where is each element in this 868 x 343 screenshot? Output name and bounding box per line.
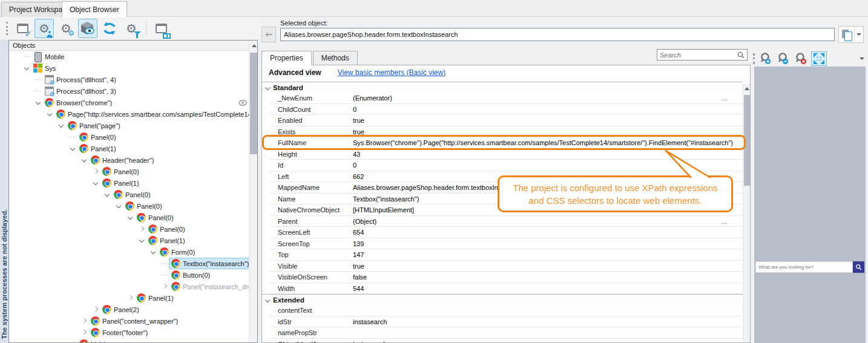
properties-scrollbar-thumb[interactable] <box>744 95 750 186</box>
collapse-icon[interactable] <box>58 122 65 129</box>
tree-row[interactable]: Form(0) <box>9 246 249 258</box>
property-row[interactable]: contentText <box>262 305 743 316</box>
property-row[interactable]: Parent(Object)… <box>262 216 743 227</box>
expand-icon[interactable] <box>92 305 100 313</box>
tree-scrollbar[interactable] <box>249 41 257 342</box>
zoom-in-button[interactable] <box>758 51 774 66</box>
property-row[interactable]: namePropStr <box>262 327 743 339</box>
web-icon <box>102 305 111 314</box>
tree-guide <box>35 87 42 95</box>
collapse-icon[interactable] <box>150 248 157 256</box>
ellipsis-button[interactable]: … <box>721 94 743 102</box>
expand-icon[interactable] <box>92 168 100 175</box>
property-row[interactable]: ChildCount0 <box>262 104 743 116</box>
check-window-button[interactable]: ✓ <box>13 19 32 38</box>
panel-layout-button[interactable] <box>151 19 171 38</box>
tree-row[interactable]: Panel(0) <box>9 200 249 212</box>
back-button[interactable]: ← <box>261 27 276 42</box>
tree-row[interactable]: Panel(0) <box>9 166 249 177</box>
collapse-icon[interactable] <box>127 214 134 221</box>
tree-row[interactable]: Process("dllhost", 3) <box>9 85 249 97</box>
tree-row[interactable]: Process("dllhost", 4) <box>9 74 249 85</box>
tree-row[interactable]: Panel("page") <box>9 120 249 131</box>
section-header[interactable]: Standard <box>262 82 743 93</box>
tree-row[interactable]: Panel(1) <box>9 292 249 304</box>
tree-row[interactable]: Footer("footer") <box>9 327 249 338</box>
toolbar-grip[interactable] <box>753 53 755 64</box>
property-search-input[interactable] <box>657 51 737 59</box>
property-name: idStr <box>262 318 353 325</box>
tree-row[interactable]: Button(0) <box>9 269 249 281</box>
zoom-out-button[interactable] <box>776 51 792 66</box>
tab-methods[interactable]: Methods <box>313 51 358 65</box>
ellipsis-button[interactable]: … <box>721 218 743 225</box>
tree-guide <box>69 133 77 141</box>
tree-row[interactable]: Panel("instasearch_drop" <box>9 281 249 292</box>
tab-properties[interactable]: Properties <box>261 51 312 65</box>
collapse-icon[interactable] <box>138 237 146 244</box>
show-hidden-objects-button[interactable] <box>78 19 97 38</box>
property-row[interactable]: _NewEnum(Enumerator)… <box>262 93 743 104</box>
expand-icon[interactable] <box>161 283 169 290</box>
collapse-icon[interactable] <box>115 202 123 210</box>
tree-row[interactable]: Link( <box>9 338 249 342</box>
collapse-icon[interactable] <box>69 145 77 152</box>
fit-to-screen-button[interactable] <box>811 51 827 66</box>
preview-search-input[interactable] <box>755 261 853 273</box>
preview-search-button[interactable] <box>853 261 864 273</box>
tree-row[interactable]: Panel(1) <box>9 177 249 189</box>
collapse-icon[interactable] <box>104 191 111 198</box>
property-row[interactable]: Existstrue <box>262 126 743 138</box>
basic-view-link[interactable]: View basic members (Basic view) <box>338 68 446 77</box>
property-row[interactable]: Enabledtrue <box>262 115 743 126</box>
tree-row[interactable]: Page("http://services.smartbear.com/samp… <box>9 108 249 120</box>
property-row[interactable]: ScreenTop139 <box>262 238 743 250</box>
selected-object-input[interactable] <box>280 28 835 41</box>
toolbar-grip[interactable] <box>6 22 8 35</box>
expand-icon[interactable] <box>81 328 88 336</box>
property-row[interactable]: VisibleOnScreenfalse <box>262 272 743 283</box>
tree-row[interactable]: Panel(1) <box>9 235 249 246</box>
property-row[interactable]: Height43 <box>262 149 743 160</box>
tree-row[interactable]: Panel(1) <box>9 143 249 154</box>
collapse-icon[interactable] <box>23 64 31 72</box>
collapse-icon[interactable] <box>92 179 100 187</box>
property-row[interactable]: idStrinstasearch <box>262 316 743 328</box>
property-row[interactable]: Visibletrue <box>262 261 743 272</box>
chevron-down-icon[interactable] <box>860 57 864 60</box>
property-row[interactable]: ScreenLeft654 <box>262 227 743 238</box>
expand-icon[interactable] <box>138 225 146 233</box>
zoom-reset-button[interactable] <box>794 51 809 66</box>
property-row[interactable]: FullNameSys.Browser("chrome").Page("http… <box>262 137 743 149</box>
tab-object-browser[interactable]: Object Browser <box>62 1 127 18</box>
tree-scrollbar-thumb[interactable] <box>250 53 257 154</box>
copy-button[interactable] <box>838 26 864 43</box>
expand-icon[interactable] <box>127 294 134 302</box>
tree-row[interactable]: Panel(0) <box>9 189 249 200</box>
tree-row[interactable]: Panel(0) <box>9 131 249 143</box>
collapse-icon[interactable] <box>81 156 88 164</box>
tree-row[interactable]: Panel("content_wrapper") <box>9 315 249 327</box>
property-row[interactable]: Width544 <box>262 283 743 295</box>
copy-dropdown[interactable] <box>855 27 863 42</box>
tree-row[interactable]: Panel(0) <box>9 212 249 223</box>
tree-row[interactable]: Sys <box>9 62 249 74</box>
tree-row[interactable]: Mobile <box>9 51 249 62</box>
tree-row[interactable]: Panel(0) <box>9 223 249 235</box>
show-user-processes-button[interactable]: ⚙ <box>35 19 54 38</box>
tree-row[interactable]: Browser("chrome") <box>9 97 249 108</box>
property-row[interactable]: ObjectIdentifierinstasearch <box>262 339 743 343</box>
properties-scrollbar[interactable] <box>743 84 750 342</box>
collapse-icon[interactable] <box>46 110 54 118</box>
refresh-button[interactable] <box>100 19 119 38</box>
expand-icon[interactable] <box>81 317 88 325</box>
tree-row[interactable]: Header("header") <box>9 154 249 166</box>
tree-row[interactable]: Panel(2) <box>9 304 249 315</box>
collapse-icon[interactable] <box>35 99 42 106</box>
section-header[interactable]: Extended <box>262 294 743 305</box>
filter-button[interactable]: ⚙ <box>122 19 141 38</box>
property-row[interactable]: Top147 <box>262 249 743 261</box>
tree-row[interactable]: Textbox("instasearch") <box>9 258 249 269</box>
property-row[interactable]: Id0 <box>262 160 743 171</box>
show-services-button[interactable]: ⚙ ⚙ <box>56 19 76 38</box>
